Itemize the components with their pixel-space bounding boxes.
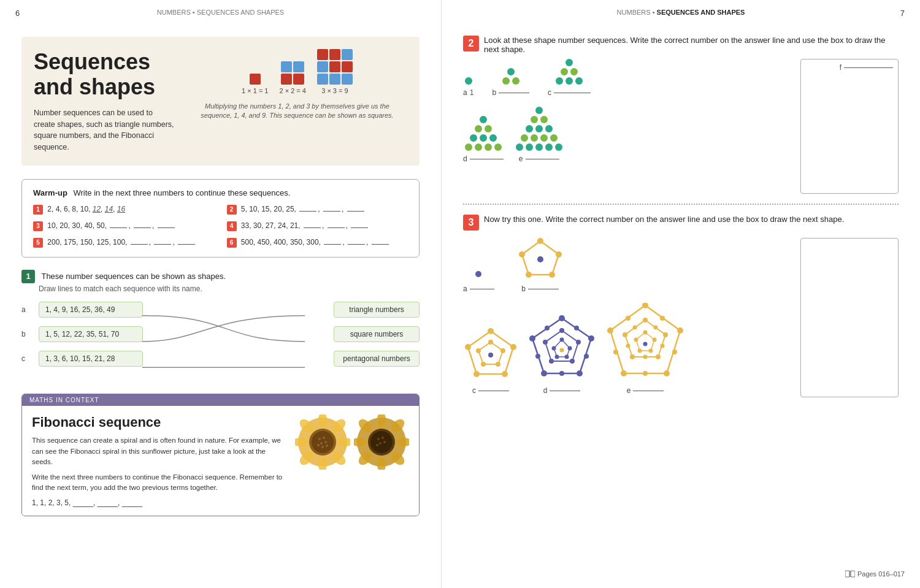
svg-point-49	[488, 340, 493, 345]
svg-point-98	[643, 355, 648, 359]
warmup-box: Warm-up Write in the next three numbers …	[21, 179, 420, 258]
squares-diagram: 1 × 1 = 1 2 × 2 = 4	[242, 49, 353, 94]
svg-point-67	[559, 328, 564, 333]
svg-point-63	[559, 371, 564, 376]
svg-rect-109	[851, 571, 855, 577]
section1: 1 These number sequences can be shown as…	[21, 270, 420, 381]
svg-point-74	[568, 346, 572, 351]
section3-content: a	[463, 238, 899, 397]
svg-point-58	[577, 370, 583, 376]
section3-shapes: a	[463, 238, 793, 395]
svg-point-83	[621, 370, 627, 376]
svg-point-65	[545, 326, 550, 330]
svg-marker-90	[625, 320, 665, 357]
match-item-c: c 1, 3, 6, 10, 15, 21, 28	[21, 351, 334, 367]
context-header: MATHS IN CONTEXT	[22, 394, 419, 406]
context-p2: Write the next three numbers to continue…	[32, 472, 288, 494]
match-box-c: 1, 3, 6, 10, 15, 21, 28	[39, 351, 143, 367]
warmup-item-3: 3 10, 20, 30, 40, 50, , ,	[33, 220, 215, 232]
svg-point-59	[541, 370, 547, 376]
svg-point-99	[626, 344, 631, 348]
section2-draw-area: f	[800, 59, 899, 194]
svg-point-40	[519, 251, 525, 258]
svg-point-53	[476, 348, 481, 353]
match-item-b: b 1, 5, 12, 22, 35, 51, 70	[21, 326, 334, 342]
context-body: Fibonacci sequence This sequence can cre…	[22, 406, 419, 515]
match-left: a 1, 4, 9, 16, 25, 36, 49 b 1, 5, 12, 22…	[21, 302, 334, 381]
triangle-a: a 1	[463, 77, 473, 97]
svg-point-11	[318, 438, 321, 440]
svg-point-91	[643, 318, 648, 323]
pages-ref: Pages 016–017	[845, 570, 905, 578]
svg-point-71	[543, 340, 548, 345]
match-right-square: square numbers	[334, 326, 420, 342]
svg-point-107	[643, 342, 648, 346]
pentagon-b: b	[519, 238, 562, 293]
svg-marker-55	[532, 318, 591, 373]
context-box: MATHS IN CONTEXT Fibonacci sequence This…	[21, 394, 420, 516]
pentagon-c: c	[463, 327, 518, 395]
svg-point-64	[535, 354, 540, 359]
triangle-e: e	[516, 107, 562, 163]
fibonacci-sequence-line: 1, 1, 2, 3, 5, _____, _____, _____	[32, 498, 288, 507]
section3-num: 3	[463, 215, 479, 231]
section3: 3 Now try this one. Write the correct nu…	[463, 215, 899, 397]
svg-point-76	[555, 355, 559, 359]
svg-rect-108	[845, 571, 849, 577]
svg-point-78	[560, 348, 564, 353]
match-item-a: a 1, 4, 9, 16, 25, 36, 49	[21, 302, 334, 318]
svg-point-69	[570, 359, 575, 364]
section2: 2 Look at these shape number sequences. …	[463, 36, 899, 194]
match-box-b: 1, 5, 12, 22, 35, 51, 70	[39, 326, 143, 342]
warmup-grid: 1 2, 4, 6, 8, 10, 12, 14, 16 2 5, 10, 15…	[33, 204, 408, 249]
intro-paragraph: Number sequences can be used to create s…	[34, 107, 175, 153]
sq1-group: 1 × 1 = 1	[242, 74, 268, 94]
svg-point-29	[377, 438, 380, 440]
pentagon-row-1: a	[463, 238, 793, 293]
svg-point-39	[526, 272, 532, 278]
svg-point-36	[537, 238, 543, 244]
warmup-item-6: 6 500, 450, 400, 350, 300, , ,	[227, 237, 408, 248]
svg-point-45	[502, 371, 508, 377]
svg-point-37	[556, 251, 562, 258]
svg-point-54	[488, 353, 493, 357]
svg-point-75	[565, 355, 569, 359]
svg-point-89	[626, 316, 631, 321]
context-p1: This sequence can create a spiral and is…	[32, 435, 288, 467]
svg-point-96	[654, 326, 658, 330]
draw-box-3[interactable]	[800, 238, 899, 397]
intro-section: Sequences and shapes Number sequences ca…	[21, 37, 420, 166]
svg-point-33	[376, 444, 378, 446]
section2-num: 2	[463, 36, 479, 52]
header-left: NUMBERS • SEQUENCES AND SHAPES	[157, 9, 284, 16]
pentagon-a: a	[463, 267, 494, 293]
svg-point-34	[475, 271, 481, 277]
svg-point-17	[326, 445, 328, 447]
svg-point-60	[529, 335, 535, 342]
svg-point-47	[465, 344, 471, 350]
page-number-left: 6	[15, 9, 20, 18]
page-number-right: 7	[900, 9, 905, 18]
svg-point-105	[638, 349, 642, 353]
svg-point-68	[576, 340, 581, 345]
context-images	[295, 414, 409, 506]
context-text: Fibonacci sequence This sequence can cre…	[32, 414, 288, 506]
svg-point-87	[643, 371, 648, 376]
svg-point-43	[488, 328, 494, 334]
match-container: a 1, 4, 9, 16, 25, 36, 49 b 1, 5, 12, 22…	[21, 302, 420, 381]
svg-point-10	[312, 431, 334, 453]
svg-point-106	[634, 338, 638, 342]
squares-caption: Multiplying the numbers 1, 2, and 3 by t…	[190, 102, 405, 121]
draw-box-2[interactable]: f	[800, 59, 899, 194]
svg-point-86	[672, 349, 677, 354]
book-icon	[845, 570, 855, 578]
triangle-c: c	[548, 59, 591, 97]
svg-point-51	[496, 362, 500, 367]
warmup-item-1: 1 2, 4, 6, 8, 10, 12, 14, 16	[33, 204, 215, 215]
warmup-item-5: 5 200, 175, 150, 125, 100, , ,	[33, 237, 215, 248]
svg-point-102	[643, 330, 648, 335]
sunflower-icon-2	[354, 414, 409, 470]
svg-point-13	[320, 442, 323, 445]
header-right: NUMBERS • SEQUENCES AND SHAPES	[617, 9, 745, 16]
svg-point-92	[663, 332, 668, 337]
